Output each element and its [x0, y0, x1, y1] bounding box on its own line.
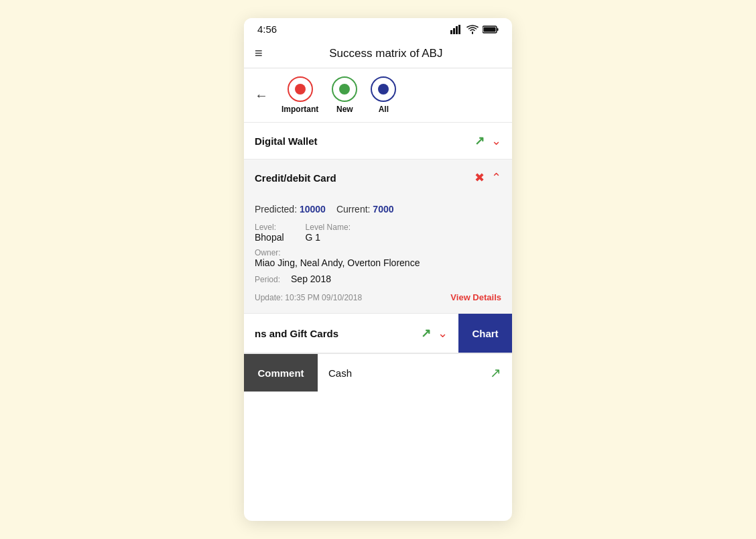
filter-new[interactable]: New [332, 76, 357, 114]
section-body-credit-debit: Predicted: 10000 Current: 7000 Level: Bh… [244, 196, 512, 313]
level-label: Level: [255, 223, 284, 232]
tab-comment[interactable]: Comment [244, 354, 318, 392]
owner-value: Miao Jing, Neal Andy, Overton Florence [255, 257, 501, 268]
section-header-icons-credit-debit: ✖ ⌃ [475, 170, 501, 185]
tab-cash[interactable]: Cash ↗ [318, 354, 512, 392]
tab-cash-label: Cash [328, 367, 352, 379]
svg-rect-1 [453, 28, 455, 34]
filter-label-new: New [336, 105, 353, 114]
level-value: Bhopal [255, 232, 284, 243]
signal-icon [450, 25, 462, 34]
svg-rect-5 [484, 27, 496, 32]
top-bar: ≡ Success matrix of ABJ [244, 39, 512, 68]
level-row: Level: Bhopal Level Name: G 1 [255, 223, 501, 243]
period-label: Period: [255, 275, 280, 284]
section-digital-wallet: Digital Wallet ↗ ⌄ [244, 123, 512, 160]
section-header-credit-debit[interactable]: Credit/debit Card ✖ ⌃ [244, 160, 512, 196]
section-title-coupons: ns and Gift Cards [255, 328, 338, 339]
section-credit-debit: Credit/debit Card ✖ ⌃ Predicted: 10000 C… [244, 160, 512, 314]
trend-up-icon-coupons: ↗ [421, 326, 431, 341]
section-header-content-coupons[interactable]: ns and Gift Cards ↗ ⌄ [244, 315, 458, 351]
status-bar: 4:56 [244, 18, 512, 39]
level-name-col: Level Name: G 1 [306, 223, 351, 243]
current-label: Current: 7000 [336, 204, 394, 215]
filter-circle-new [332, 76, 357, 102]
page-title: Success matrix of ABJ [271, 47, 501, 60]
section-title-digital-wallet: Digital Wallet [255, 135, 318, 147]
section-header-icons-digital-wallet: ↗ ⌄ [475, 133, 501, 148]
level-col: Level: Bhopal [255, 223, 284, 243]
section-header-digital-wallet[interactable]: Digital Wallet ↗ ⌄ [244, 123, 512, 159]
section-header-icons-coupons: ↗ ⌄ [421, 326, 448, 341]
predicted-current-row: Predicted: 10000 Current: 7000 [255, 204, 501, 215]
filter-row: ← Important New All [244, 68, 512, 123]
chart-button[interactable]: Chart [458, 314, 512, 353]
owner-label: Owner: [255, 248, 501, 257]
filter-all[interactable]: All [371, 76, 396, 114]
current-value: 7000 [373, 204, 393, 215]
period-row: Period: Sep 2018 [255, 274, 501, 284]
filter-dot-important [295, 84, 306, 95]
hamburger-icon[interactable]: ≡ [255, 46, 263, 61]
owner-row: Owner: Miao Jing, Neal Andy, Overton Flo… [255, 248, 501, 268]
filter-label-all: All [379, 105, 389, 114]
filter-label-important: Important [281, 105, 318, 114]
status-time: 4:56 [257, 23, 277, 35]
chevron-down-icon-coupons: ⌄ [438, 326, 448, 341]
filter-important[interactable]: Important [281, 76, 318, 114]
predicted-value: 10000 [300, 204, 326, 215]
level-name-value: G 1 [306, 232, 351, 243]
section-header-coupons: ns and Gift Cards ↗ ⌄ Chart [244, 314, 512, 353]
filter-dot-all [378, 84, 389, 95]
section-coupons-gift-cards: ns and Gift Cards ↗ ⌄ Chart [244, 314, 512, 353]
view-details-button[interactable]: View Details [450, 292, 501, 302]
wifi-icon [466, 25, 479, 34]
status-icons [450, 25, 499, 34]
level-name-label: Level Name: [306, 223, 351, 232]
bottom-tabs: Comment Cash ↗ [244, 353, 512, 392]
svg-rect-2 [456, 26, 458, 34]
update-text: Update: 10:35 PM 09/10/2018 [255, 293, 362, 302]
svg-rect-6 [497, 28, 499, 31]
svg-rect-3 [458, 25, 460, 34]
phone-frame: 4:56 ≡ Suc [244, 18, 512, 521]
filter-dot-new [339, 84, 350, 95]
red-checkmark-icon: ✖ [475, 170, 485, 185]
chevron-down-icon-digital-wallet: ⌄ [491, 133, 501, 148]
trend-up-icon-digital-wallet: ↗ [475, 133, 485, 148]
back-button[interactable]: ← [255, 88, 268, 103]
battery-icon [483, 25, 499, 34]
section-title-credit-debit: Credit/debit Card [255, 172, 336, 184]
filter-circle-all [371, 76, 396, 102]
svg-rect-0 [450, 30, 452, 34]
chevron-up-icon-credit-debit: ⌃ [491, 170, 501, 185]
cash-trend-icon: ↗ [490, 365, 501, 381]
update-row: Update: 10:35 PM 09/10/2018 View Details [255, 292, 501, 302]
period-value: Sep 2018 [291, 274, 331, 284]
predicted-label: Predicted: 10000 [255, 204, 326, 215]
filter-circle-important [288, 76, 313, 102]
